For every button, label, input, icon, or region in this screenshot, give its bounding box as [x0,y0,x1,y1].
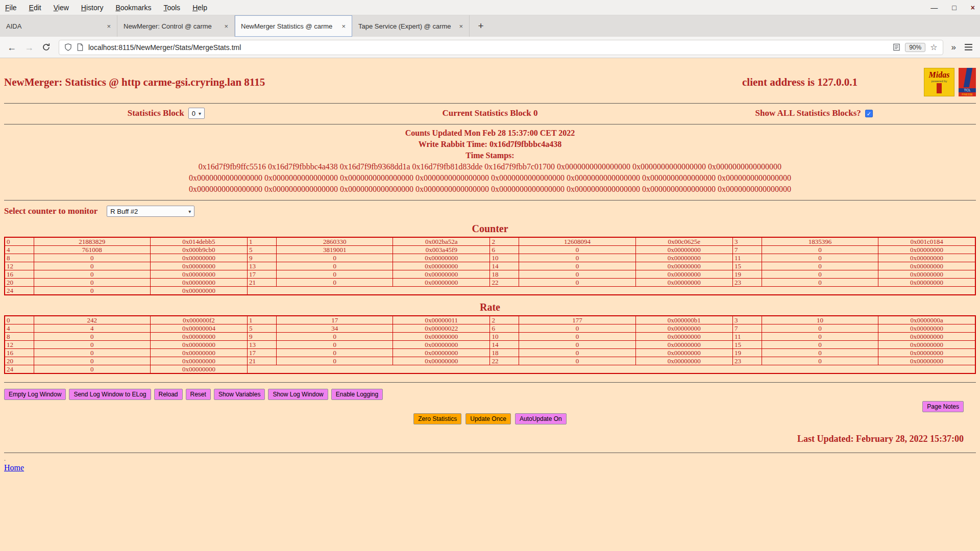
counter-index-cell: 23 [732,279,762,287]
url-bar[interactable]: localhost:8115/NewMerger/Stats/MergeStat… [59,40,943,55]
tab[interactable]: NewMerger Statistics @ carme× [235,15,352,37]
tab-close-icon[interactable]: × [107,22,111,30]
tab-close-icon[interactable]: × [459,22,463,30]
rate-hex-cell: 0x00000000 [635,341,732,349]
counter-row: 2400x00000000 [5,287,975,295]
statistics-block-select[interactable]: 0 ▾ [188,108,205,119]
update-buttons-row: Zero StatisticsUpdate OnceAutoUpdate On [4,413,976,424]
counter-value-cell: 0 [277,262,393,270]
counter-index-cell: 13 [247,262,276,270]
new-tab-button[interactable]: + [470,15,492,37]
rate-table: 02420x000000f21170x0000001121770x000000b… [4,315,976,374]
time-stamps-line: 0x0000000000000000 0x0000000000000000 0x… [4,184,976,195]
midas-logo-subtext: powered by [924,80,954,83]
counter-row: 1200x000000001300x000000001400x000000001… [5,262,975,270]
counter-hex-cell: 0x00000000 [635,279,732,287]
counter-row: 47610080x000b9cb0538190010x003a45f9600x0… [5,246,975,254]
shield-icon[interactable] [64,43,72,51]
divider [4,453,976,453]
counter-hex-cell: 0x00000000 [150,254,247,262]
tab[interactable]: NewMerger: Control @ carme× [117,15,235,37]
counter-empty-cell [247,287,975,295]
close-icon[interactable]: × [971,4,975,12]
home-link[interactable]: Home [4,463,24,472]
counter-index-cell: 4 [5,246,34,254]
back-icon[interactable]: ← [7,43,16,52]
reader-mode-icon[interactable] [893,43,900,51]
menu-file[interactable]: File [5,4,17,12]
bookmark-star-icon[interactable]: ☆ [930,42,937,52]
update-once-button[interactable]: Update Once [465,413,511,424]
rate-index-cell: 2 [490,316,519,324]
counter-index-cell: 2 [490,237,519,246]
reload-icon[interactable] [42,43,51,52]
menu-history[interactable]: History [81,4,104,12]
reset-button[interactable]: Reset [186,389,211,400]
zoom-level-button[interactable]: 90% [905,43,925,52]
rate-hex-cell: 0x00000000 [878,349,975,357]
tab[interactable]: AIDA× [0,15,117,37]
chevron-down-icon: ▾ [199,111,201,116]
page-notes-button[interactable]: Page Notes [922,401,964,412]
counter-hex-cell: 0x00000000 [635,262,732,270]
menu-help[interactable]: Help [192,4,207,12]
counter-hex-cell: 0x00000000 [878,246,975,254]
page-content: NewMerger: Statistics @ http carme-gsi.c… [0,58,980,551]
show-all-blocks-checkbox[interactable]: ✓ [865,110,873,117]
counter-index-cell: 9 [247,254,276,262]
rate-value-cell: 0 [277,333,393,341]
url-text[interactable]: localhost:8115/NewMerger/Stats/MergeStat… [88,43,888,52]
tab[interactable]: Tape Service (Expert) @ carme× [352,15,470,37]
rate-index-cell: 20 [5,357,34,365]
minimize-icon[interactable]: — [930,4,938,12]
counter-hex-cell: 0x002ba52a [393,237,490,246]
rate-value-cell: 0 [519,357,635,365]
counter-hex-cell: 0x000b9cb0 [150,246,247,254]
rate-hex-cell: 0x00000000 [878,341,975,349]
zero-statistics-button[interactable]: Zero Statistics [413,413,461,424]
menu-bookmarks[interactable]: Bookmarks [115,4,151,12]
send-log-window-to-elog-button[interactable]: Send Log Window to ELog [69,389,151,400]
rate-index-cell: 11 [732,333,762,341]
counter-monitor-select[interactable]: R Buff #2 ▾ [107,206,194,217]
show-log-window-button[interactable]: Show Log Window [268,389,328,400]
rate-empty-cell [247,365,975,374]
tab-strip: AIDA×NewMerger: Control @ carme×NewMerge… [0,15,470,37]
counter-value-cell: 0 [34,254,150,262]
maximize-icon[interactable]: □ [952,4,956,12]
counter-index-cell: 0 [5,237,34,246]
page-info-icon[interactable] [77,43,84,51]
autoupdate-on-button[interactable]: AutoUpdate On [515,413,567,424]
rate-index-cell: 9 [247,333,276,341]
menu-edit[interactable]: Edit [29,4,41,12]
rate-index-cell: 18 [490,349,519,357]
rate-hex-cell: 0x000000b1 [635,316,732,324]
rate-value-cell: 0 [762,349,878,357]
counter-hex-cell: 0x00000000 [150,279,247,287]
tab-title: NewMerger Statistics @ carme [241,22,337,30]
browser-menubar: FileEditViewHistoryBookmarksToolsHelp — … [0,0,980,15]
menu-view[interactable]: View [54,4,69,12]
overflow-menu-icon[interactable]: » [951,42,956,53]
rate-value-cell: 0 [34,333,150,341]
chevron-down-icon: ▾ [188,209,191,214]
counter-value-cell: 0 [519,254,635,262]
enable-logging-button[interactable]: Enable Logging [331,389,383,400]
time-stamps-line: 0x0000000000000000 0x0000000000000000 0x… [4,172,976,184]
menu-tools[interactable]: Tools [163,4,180,12]
tab-close-icon[interactable]: × [224,22,228,30]
rate-value-cell: 0 [34,365,150,374]
empty-log-window-button[interactable]: Empty Log Window [4,389,66,400]
counter-value-cell: 0 [762,246,878,254]
tcl-logo-label: TCL [959,88,976,92]
counter-value-cell: 1835396 [762,237,878,246]
show-variables-button[interactable]: Show Variables [214,389,265,400]
hamburger-menu-icon[interactable] [964,43,973,51]
reload-button[interactable]: Reload [154,389,183,400]
menu-items: FileEditViewHistoryBookmarksToolsHelp [5,4,219,12]
dot-text: . [4,456,976,461]
counter-value-cell: 21883829 [34,237,150,246]
rate-hex-cell: 0x00000000 [393,349,490,357]
time-stamps-lines: 0x16d7f9fb9ffc5516 0x16d7f9fbbbc4a438 0x… [4,161,976,195]
tab-close-icon[interactable]: × [341,22,346,30]
